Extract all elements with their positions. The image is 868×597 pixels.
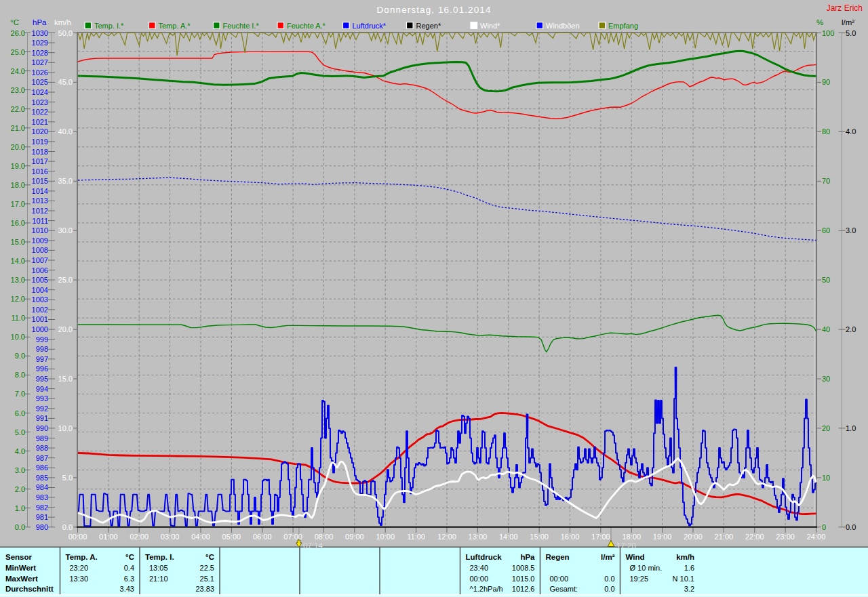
svg-text:13:00: 13:00 [469,533,488,541]
svg-text:1008: 1008 [32,246,48,254]
svg-text:19:00: 19:00 [653,533,672,541]
svg-text:0.0: 0.0 [604,585,614,593]
svg-text:23.83: 23.83 [195,585,214,593]
svg-text:10: 10 [822,474,830,482]
svg-text:Luftdruck: Luftdruck [466,553,502,561]
svg-text:3.2: 3.2 [684,585,694,593]
svg-text:80: 80 [822,127,830,136]
svg-text:30.0: 30.0 [58,226,73,234]
svg-text:988: 988 [36,444,48,452]
svg-text:50: 50 [822,276,830,284]
svg-text:Temp. I.*: Temp. I.* [94,22,124,30]
svg-text:Durchschnitt: Durchschnitt [5,585,54,593]
svg-text:12:00: 12:00 [437,533,456,541]
svg-text:12.0: 12.0 [11,295,25,303]
svg-text:13.0: 13.0 [11,276,25,284]
svg-text:1.0: 1.0 [846,424,856,432]
svg-text:6.0: 6.0 [15,409,25,417]
svg-text:Luftdruck*: Luftdruck* [353,22,387,30]
svg-text:30: 30 [822,375,830,383]
svg-text:1015: 1015 [32,177,48,185]
svg-text:17.0: 17.0 [11,200,25,208]
svg-text:25.0: 25.0 [58,276,73,284]
svg-text:22.0: 22.0 [11,105,25,113]
svg-text:992: 992 [36,405,48,413]
svg-text:Wind: Wind [626,553,645,561]
svg-text:14.0: 14.0 [11,257,25,265]
svg-text:3.0: 3.0 [846,226,856,234]
svg-text:1029: 1029 [32,39,48,47]
svg-text:Regen*: Regen* [416,22,441,30]
svg-text:Windböen: Windböen [546,22,580,30]
svg-text:995: 995 [36,375,48,383]
svg-text:985: 985 [36,474,48,482]
svg-text:08:00: 08:00 [315,533,334,541]
svg-text:1008.5: 1008.5 [512,564,535,572]
svg-text:90: 90 [822,78,830,86]
svg-text:l/m²: l/m² [842,18,854,26]
svg-text:100: 100 [822,29,834,37]
svg-text:1.6: 1.6 [684,564,694,572]
svg-text:45.0: 45.0 [58,78,73,86]
svg-text:40.0: 40.0 [58,127,73,136]
svg-text:1030: 1030 [32,29,48,37]
svg-text:km/h: km/h [54,18,71,26]
svg-text:24.0: 24.0 [11,67,25,75]
svg-text:MaxWert: MaxWert [5,575,38,583]
svg-text:hPa: hPa [520,553,535,561]
svg-text:0.0: 0.0 [15,523,25,531]
svg-text:981: 981 [36,513,48,521]
svg-text:13:30: 13:30 [70,575,89,583]
svg-text:990: 990 [36,424,48,432]
svg-text:1015.0: 1015.0 [512,575,535,583]
svg-text:00:00: 00:00 [470,575,489,583]
svg-text:8.0: 8.0 [15,371,25,379]
svg-text:1009: 1009 [32,236,48,245]
svg-text:11.0: 11.0 [11,314,25,322]
svg-text:hPa: hPa [33,18,47,26]
svg-text:22.5: 22.5 [200,564,214,572]
svg-text:986: 986 [36,464,48,472]
svg-text:18:00: 18:00 [622,533,641,541]
svg-text:Ø 10 min.: Ø 10 min. [630,564,663,572]
svg-text:21:10: 21:10 [149,575,168,583]
svg-text:l/m²: l/m² [601,553,615,561]
svg-text:50.0: 50.0 [58,29,73,37]
svg-text:0.0: 0.0 [62,523,73,531]
svg-text:1027: 1027 [32,58,48,66]
svg-text:Gesamt:: Gesamt: [550,585,578,593]
svg-text:1007: 1007 [32,256,48,264]
svg-text:1001: 1001 [32,315,48,323]
svg-text:%: % [816,18,823,26]
svg-text:17:00: 17:00 [591,533,610,541]
svg-text:1004: 1004 [32,286,48,294]
svg-text:20:00: 20:00 [684,533,703,541]
svg-text:16:00: 16:00 [561,533,580,541]
svg-text:0.0: 0.0 [604,575,614,583]
svg-text:60: 60 [822,226,830,234]
svg-text:1011: 1011 [32,217,48,225]
svg-text:24:00: 24:00 [807,533,826,541]
svg-text:1012.6: 1012.6 [512,585,535,593]
svg-text:16.0: 16.0 [11,219,25,227]
svg-text:17:20: 17:20 [616,541,636,550]
svg-text:11:00: 11:00 [407,533,425,541]
svg-text:15:00: 15:00 [530,533,549,541]
svg-text:14:00: 14:00 [499,533,518,541]
svg-text:1018: 1018 [32,148,48,156]
svg-text:0.0: 0.0 [846,523,856,531]
svg-text:1020: 1020 [32,127,48,136]
svg-text:07:14: 07:14 [303,541,323,550]
svg-text:1000: 1000 [32,325,48,333]
svg-text:4.0: 4.0 [15,447,25,455]
svg-text:09:00: 09:00 [345,533,364,541]
svg-text:19:25: 19:25 [630,575,649,583]
svg-text:70: 70 [822,177,830,185]
svg-text:4.0: 4.0 [846,127,856,136]
svg-text:996: 996 [36,365,48,373]
svg-text:7.0: 7.0 [15,390,25,398]
svg-text:1002: 1002 [32,306,48,314]
svg-text:18.0: 18.0 [11,181,25,189]
svg-text:19.0: 19.0 [11,162,25,170]
svg-text:10:00: 10:00 [376,533,395,541]
